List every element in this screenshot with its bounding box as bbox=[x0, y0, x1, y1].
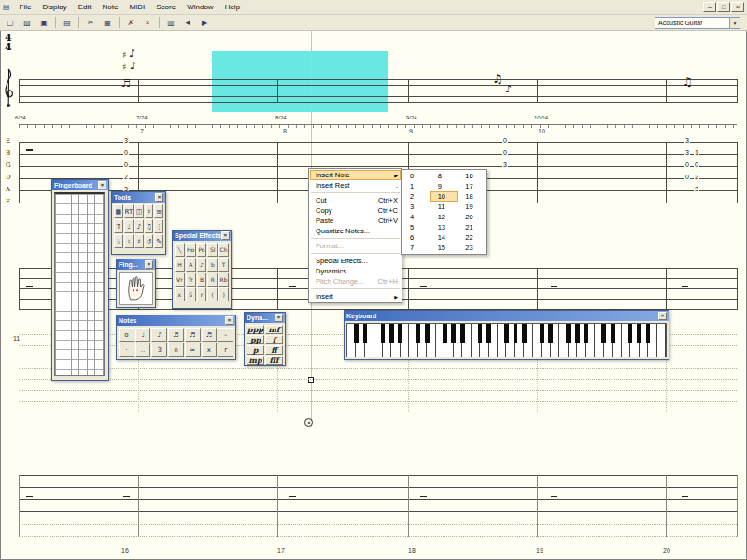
black-key[interactable] bbox=[548, 324, 553, 343]
delete-button[interactable]: ✗ bbox=[122, 16, 139, 30]
tool-button[interactable]: ♯ bbox=[145, 204, 154, 218]
fret-option-1[interactable]: 1 bbox=[402, 181, 430, 191]
tool-button[interactable]: RT bbox=[124, 204, 134, 218]
close-icon[interactable]: × bbox=[225, 316, 233, 325]
context-menu-item-quantize-notes[interactable]: Quantize Notes... bbox=[310, 226, 401, 236]
effect-button-x[interactable]: x bbox=[175, 287, 185, 301]
print-button[interactable]: ▤ bbox=[59, 16, 76, 30]
effect-button-ho[interactable]: Ho bbox=[186, 243, 196, 257]
context-menu-item-insert[interactable]: Insert▶ bbox=[310, 291, 401, 301]
effect-button-t[interactable]: T bbox=[218, 258, 229, 272]
fret-option-19[interactable]: 19 bbox=[458, 202, 486, 212]
effect-button-b[interactable]: b bbox=[207, 258, 218, 272]
menu-edit[interactable]: Edit bbox=[73, 2, 97, 12]
black-key[interactable] bbox=[416, 324, 420, 343]
fret-option-0[interactable]: 0 bbox=[402, 171, 430, 181]
note-duration-button[interactable]: 3 bbox=[151, 343, 167, 357]
cursor-handle-icon[interactable] bbox=[304, 418, 313, 427]
copy-button[interactable]: ▦ bbox=[99, 16, 116, 30]
effect-button-tr[interactable]: Tr bbox=[186, 273, 196, 287]
fret-option-11[interactable]: 11 bbox=[430, 202, 458, 212]
effect-button[interactable]: ╲ bbox=[175, 243, 185, 257]
effect-button-sl[interactable]: Sl bbox=[207, 243, 218, 257]
effect-button-rb[interactable]: Rb bbox=[218, 273, 229, 287]
close-icon[interactable]: × bbox=[145, 260, 153, 269]
white-key[interactable] bbox=[657, 324, 666, 357]
note-duration-button[interactable]: r bbox=[218, 343, 233, 357]
dynamic-button-p[interactable]: p bbox=[247, 345, 264, 355]
menu-file[interactable]: File bbox=[14, 2, 37, 12]
menu-display[interactable]: Display bbox=[36, 2, 72, 12]
effect-button[interactable]: ) bbox=[218, 287, 229, 301]
context-menu-item-cut[interactable]: CutCtrl+X bbox=[310, 195, 401, 205]
notes-palette-titlebar[interactable]: Notes × bbox=[117, 315, 235, 326]
black-key[interactable] bbox=[540, 324, 544, 343]
fret-option-23[interactable]: 23 bbox=[458, 243, 486, 253]
black-key[interactable] bbox=[381, 324, 386, 343]
menu-help[interactable]: Help bbox=[219, 2, 246, 12]
black-key[interactable] bbox=[363, 324, 368, 343]
black-key[interactable] bbox=[460, 324, 465, 343]
effect-button-r[interactable]: R bbox=[207, 273, 218, 287]
black-key[interactable] bbox=[646, 324, 651, 343]
close-icon[interactable]: × bbox=[658, 312, 667, 320]
note-duration-button[interactable]: o bbox=[119, 328, 134, 342]
black-key[interactable] bbox=[398, 324, 402, 343]
effect-button-r[interactable]: r bbox=[197, 287, 207, 301]
fret-option-10[interactable]: 10 bbox=[430, 191, 458, 202]
close-icon[interactable]: × bbox=[221, 231, 230, 240]
fret-option-21[interactable]: 21 bbox=[458, 222, 486, 232]
effect-button[interactable]: ( bbox=[207, 287, 218, 301]
midi-setup-button[interactable]: ▥ bbox=[162, 16, 179, 30]
menu-score[interactable]: Score bbox=[150, 2, 181, 12]
black-key[interactable] bbox=[566, 324, 571, 343]
fret-option-6[interactable]: 6 bbox=[402, 232, 430, 243]
tool-button[interactable]: ✎ bbox=[154, 234, 163, 248]
dynamic-button-ff[interactable]: ff bbox=[265, 345, 283, 355]
black-key[interactable] bbox=[354, 324, 359, 343]
piano-keyboard[interactable] bbox=[346, 323, 667, 357]
context-menu-item-special-effects[interactable]: Special Effects... bbox=[310, 256, 401, 266]
menu-window[interactable]: Window bbox=[181, 2, 218, 12]
context-menu-item-paste[interactable]: PasteCtrl+V bbox=[310, 216, 401, 226]
black-key[interactable] bbox=[637, 324, 641, 343]
context-menu-item-copy[interactable]: CopyCtrl+C bbox=[310, 205, 401, 216]
fret-option-9[interactable]: 9 bbox=[430, 181, 458, 191]
effect-button[interactable]: ♪ bbox=[197, 258, 207, 272]
tool-button[interactable]: ♯ bbox=[134, 234, 144, 248]
tools-palette-titlebar[interactable]: Tools × bbox=[112, 192, 165, 203]
note-duration-button[interactable]: ♪ bbox=[151, 328, 167, 342]
menu-note[interactable]: Note bbox=[96, 2, 123, 12]
close-icon[interactable]: × bbox=[98, 181, 106, 189]
dynamic-button-mf[interactable]: mf bbox=[265, 325, 283, 334]
fret-option-17[interactable]: 17 bbox=[458, 181, 486, 191]
fret-option-14[interactable]: 14 bbox=[430, 232, 458, 243]
speaker-button[interactable]: ◄ bbox=[179, 16, 196, 30]
tool-button[interactable]: ⋮ bbox=[154, 219, 163, 233]
context-menu-item-format[interactable]: Format... bbox=[310, 241, 401, 251]
close-icon[interactable]: × bbox=[275, 314, 283, 322]
fret-option-13[interactable]: 13 bbox=[430, 222, 458, 232]
effect-button-po[interactable]: Po bbox=[197, 243, 207, 257]
black-key[interactable] bbox=[486, 324, 491, 343]
context-menu-item-insert-note[interactable]: Insert Note▶ bbox=[310, 170, 401, 180]
fret-option-22[interactable]: 22 bbox=[458, 232, 486, 243]
fret-option-15[interactable]: 15 bbox=[430, 243, 458, 253]
dynamics-palette-titlebar[interactable]: Dyna... × bbox=[245, 313, 285, 323]
dynamic-button-f[interactable]: f bbox=[265, 335, 283, 344]
black-key[interactable] bbox=[611, 324, 615, 343]
fret-option-7[interactable]: 7 bbox=[402, 243, 430, 253]
fret-option-5[interactable]: 5 bbox=[402, 222, 430, 232]
effect-button-a[interactable]: A bbox=[186, 258, 196, 272]
minimize-button[interactable]: – bbox=[703, 2, 716, 12]
black-key[interactable] bbox=[478, 324, 483, 343]
black-key[interactable] bbox=[425, 324, 430, 343]
dynamic-button-mp[interactable]: mp bbox=[247, 356, 264, 365]
new-button[interactable]: ▢ bbox=[2, 16, 19, 30]
note-duration-button[interactable]: ♬ bbox=[185, 328, 201, 342]
black-key[interactable] bbox=[601, 324, 606, 343]
black-key[interactable] bbox=[443, 324, 447, 343]
close-icon[interactable]: × bbox=[155, 193, 163, 202]
fret-option-16[interactable]: 16 bbox=[458, 171, 486, 181]
fingers-palette-titlebar[interactable]: Fing... × bbox=[117, 259, 155, 270]
